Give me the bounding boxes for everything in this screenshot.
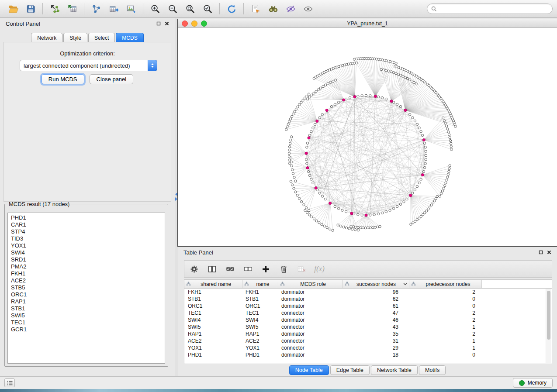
- memory-label: Memory: [528, 380, 547, 386]
- mcds-result-item[interactable]: STB1: [8, 305, 165, 312]
- mcds-result-title: MCDS result (17 nodes): [7, 201, 71, 207]
- deselect-all-rows-icon: [243, 265, 253, 274]
- network-graph[interactable]: [178, 28, 556, 246]
- table-row[interactable]: RAP1RAP1dominator352: [184, 330, 552, 337]
- table-settings-gear-button[interactable]: [189, 263, 199, 275]
- zoom-in-icon: [150, 4, 160, 14]
- mcds-result-item[interactable]: TID3: [8, 235, 165, 242]
- deselect-all-rows-button[interactable]: [242, 263, 253, 275]
- delete-column-button[interactable]: [278, 263, 289, 275]
- run-mcds-button[interactable]: Run MCDS: [42, 74, 84, 84]
- column-header-MCDS-role[interactable]: MCDS role: [278, 280, 343, 289]
- save-session-button[interactable]: [22, 2, 39, 16]
- memory-button[interactable]: Memory: [513, 378, 553, 388]
- table-tab-edge-table[interactable]: Edge Table: [330, 365, 370, 375]
- panel-selector-button[interactable]: [4, 378, 15, 387]
- desktop-wallpaper-strip: [0, 389, 557, 392]
- mcds-result-list[interactable]: PHD1CAR1STP4TID3YOX1SWI4SRD1PMA2FKH1ACE2…: [7, 213, 165, 364]
- toolbar-separator: [219, 3, 220, 14]
- float-table-panel-button[interactable]: [539, 250, 543, 254]
- mcds-result-item[interactable]: STP4: [8, 228, 165, 235]
- select-all-rows-button[interactable]: [225, 263, 235, 275]
- hide-graphics-details-button[interactable]: [282, 2, 299, 16]
- table-row[interactable]: SWI4SWI4dominator462: [184, 316, 552, 323]
- table-row[interactable]: ORC1ORC1dominator610: [184, 303, 552, 309]
- mcds-result-item[interactable]: ORC1: [8, 291, 165, 298]
- table-tab-motifs[interactable]: Motifs: [419, 365, 446, 375]
- close-panel-x-button[interactable]: [165, 21, 169, 26]
- table-row[interactable]: SWI5SWI5connector431: [184, 323, 552, 330]
- table-row[interactable]: ACE2ACE2connector311: [184, 337, 552, 344]
- mcds-result-item[interactable]: TEC1: [8, 319, 165, 326]
- column-header-predecessor-nodes[interactable]: predecessor nodes: [409, 280, 481, 289]
- import-table-button[interactable]: [63, 2, 81, 16]
- column-header-shared-name[interactable]: shared name: [184, 280, 242, 289]
- select-all-rows-icon: [225, 265, 235, 274]
- show-columns-button[interactable]: [207, 263, 217, 275]
- close-panel-button[interactable]: Close panel: [90, 74, 134, 84]
- mcds-result-item[interactable]: ACE2: [8, 277, 165, 284]
- table-row[interactable]: YOX1YOX1connector291: [184, 344, 552, 351]
- mcds-result-item[interactable]: STB5: [8, 284, 165, 291]
- show-graphics-details-icon: [303, 4, 313, 14]
- mcds-result-item[interactable]: RAP1: [8, 298, 165, 305]
- table-row[interactable]: STB1STB1dominator620: [184, 296, 552, 303]
- open-in-browser-button[interactable]: [247, 2, 264, 16]
- network-window-titlebar[interactable]: YPA_prune.txt_1: [178, 19, 557, 28]
- mcds-result-item[interactable]: SRD1: [8, 256, 165, 263]
- refresh-view-icon: [227, 4, 237, 14]
- import-network-button[interactable]: [46, 2, 63, 16]
- criterion-dropdown[interactable]: largest connected component (undirected): [20, 60, 157, 71]
- close-table-panel-button[interactable]: [547, 250, 551, 254]
- column-header-name[interactable]: name: [242, 280, 278, 289]
- column-type-icon: [280, 282, 285, 286]
- toolbar-icon-strip: [4, 2, 317, 16]
- add-column-button[interactable]: [260, 263, 271, 275]
- refresh-view-button[interactable]: [223, 2, 240, 16]
- table-row[interactable]: PHD1PHD1dominator180: [184, 351, 552, 358]
- network-window-title: YPA_prune.txt_1: [178, 21, 557, 27]
- network-canvas[interactable]: [178, 28, 557, 246]
- search-input[interactable]: [439, 5, 548, 12]
- column-type-icon: [345, 282, 349, 286]
- search-binoculars-button[interactable]: [264, 2, 282, 16]
- main-toolbar: [0, 0, 557, 18]
- zoom-in-button[interactable]: [146, 2, 164, 16]
- show-graphics-details-button[interactable]: [299, 2, 317, 16]
- mcds-result-group: MCDS result (17 nodes) PHD1CAR1STP4TID3Y…: [4, 201, 168, 367]
- mcds-result-item[interactable]: FKH1: [8, 270, 165, 277]
- export-table-button[interactable]: [105, 2, 122, 16]
- chevron-updown-icon: [148, 60, 157, 71]
- import-table-icon: [67, 4, 77, 14]
- zoom-selected-button[interactable]: [199, 2, 216, 16]
- scrollbar-thumb[interactable]: [547, 291, 550, 340]
- export-image-icon: [126, 4, 136, 14]
- mcds-result-item[interactable]: PHD1: [8, 214, 165, 221]
- export-network-button[interactable]: [87, 2, 105, 16]
- delete-table-icon: [297, 265, 306, 274]
- float-window-icon: [156, 21, 161, 26]
- mcds-result-item[interactable]: SWI5: [8, 312, 165, 319]
- mcds-result-item[interactable]: CAR1: [8, 221, 165, 228]
- table-row[interactable]: FKH1FKH1dominator962: [184, 289, 552, 296]
- table-tab-network-table[interactable]: Network Table: [371, 365, 418, 375]
- column-header-successor-nodes[interactable]: successor nodes: [343, 280, 409, 289]
- open-session-icon: [8, 4, 18, 14]
- zoom-fit-button[interactable]: [181, 2, 199, 16]
- mcds-result-item[interactable]: SWI4: [8, 249, 165, 256]
- mcds-result-item[interactable]: PMA2: [8, 263, 165, 270]
- table-scrollbar[interactable]: [546, 289, 551, 363]
- memory-status-icon: [519, 380, 525, 386]
- mcds-result-item[interactable]: GCR1: [8, 326, 165, 333]
- export-image-button[interactable]: [122, 2, 140, 16]
- open-session-button[interactable]: [4, 2, 22, 16]
- table-row[interactable]: TEC1TEC1connector472: [184, 309, 552, 316]
- table-tab-node-table[interactable]: Node Table: [289, 365, 329, 375]
- export-network-icon: [91, 4, 101, 14]
- search-box[interactable]: [427, 3, 553, 14]
- mcds-result-item[interactable]: YOX1: [8, 242, 165, 249]
- float-panel-button[interactable]: [156, 21, 161, 26]
- zoom-out-button[interactable]: [164, 2, 181, 16]
- search-icon: [431, 6, 437, 12]
- float-window-icon: [539, 250, 543, 254]
